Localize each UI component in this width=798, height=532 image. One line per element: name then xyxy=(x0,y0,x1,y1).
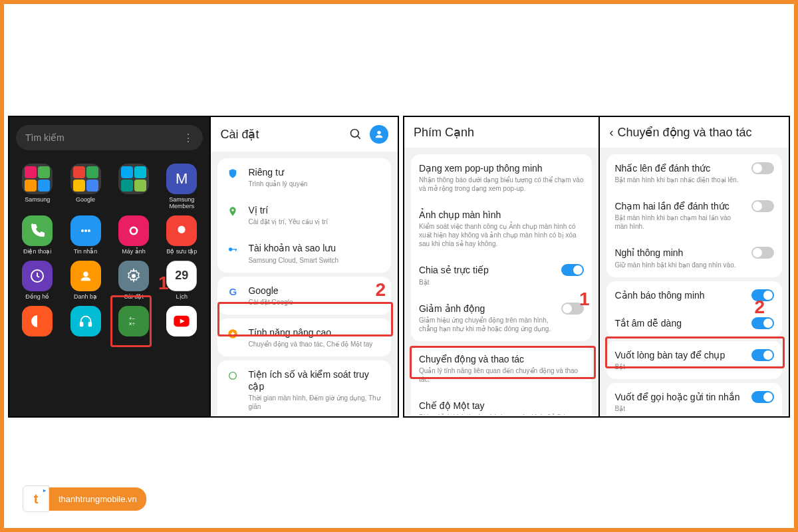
adv-row[interactable]: Ảnh chụp màn hìnhKiểm soát việc thanh cô… xyxy=(411,201,592,256)
row-title: Vuốt để gọi hoặc gửi tin nhắn xyxy=(614,391,743,403)
motion-row[interactable]: Chạm hai lần để đánh thứcBật màn hình kh… xyxy=(606,192,782,239)
app-grid: SamsungGoogleMSamsung MembersĐiện thoạiT… xyxy=(9,158,209,344)
motion-row[interactable]: Vuốt để gọi hoặc gửi tin nhắnBật xyxy=(606,383,782,415)
svg-point-7 xyxy=(132,274,136,278)
row-title: Tài khoản và sao lưu xyxy=(248,242,383,254)
app-cài-đặt[interactable]: Cài đặt xyxy=(111,261,156,301)
motions-list[interactable]: Nhấc lên để đánh thứcBật màn hình khi bạ… xyxy=(600,148,789,415)
step-marker-2b: 2 xyxy=(754,297,765,318)
adv-row[interactable]: Giảm ảnh độngGiảm hiệu ứng chuyển động t… xyxy=(411,295,592,341)
adv-row[interactable]: Chuyển động và thao tácQuản lý tính năng… xyxy=(411,345,592,392)
settings-row-google[interactable]: GGoogleCài đặt Google xyxy=(217,277,391,315)
motion-row[interactable]: Nhấc lên để đánh thứcBật màn hình khi bạ… xyxy=(606,154,782,192)
search-placeholder: Tìm kiếm xyxy=(25,132,65,143)
well-icon xyxy=(225,368,240,383)
app-tin-nhắn[interactable]: Tin nhắn xyxy=(63,215,108,255)
settings-title: Cài đặt xyxy=(220,127,259,142)
row-title: Tiện ích số và kiểm soát truy cập xyxy=(248,368,383,392)
svg-rect-8 xyxy=(80,322,82,326)
row-subtitle: Quản lý tính năng liên quan đến chuyển đ… xyxy=(419,366,584,384)
motion-row[interactable]: Vuốt lòng bàn tay để chụpBật xyxy=(606,341,782,379)
row-subtitle: Kiểm soát việc thanh công cụ Ảnh chụp mà… xyxy=(419,222,584,248)
app-item[interactable] xyxy=(111,164,156,210)
row-title: Cảnh báo thông minh xyxy=(614,289,743,301)
toggle-switch[interactable] xyxy=(751,349,774,361)
settings-row-riêng-tư[interactable]: Riêng tưTrình quản lý quyền xyxy=(217,158,391,196)
29-icon: 29 xyxy=(166,261,197,291)
cam-icon xyxy=(118,215,149,246)
app-samsung[interactable]: Samsung xyxy=(15,164,60,210)
toggle-switch[interactable] xyxy=(751,317,774,329)
toggle-switch[interactable] xyxy=(561,264,584,276)
toggle-switch[interactable] xyxy=(751,391,774,403)
folder-icon xyxy=(118,164,149,194)
headset-icon xyxy=(70,306,101,336)
app-đồng-hồ[interactable]: Đồng hồ xyxy=(15,261,60,301)
advanced-features-list[interactable]: Dạng xem pop-up thông minhNhận thông báo… xyxy=(404,148,598,415)
settings-row-tài-khoản-và-sao-lưu[interactable]: Tài khoản và sao lưuSamsung Cloud, Smart… xyxy=(217,234,391,272)
row-subtitle: Bật xyxy=(614,362,743,371)
logo-text: thanhtrungmobile.vn xyxy=(49,487,146,511)
app-item[interactable]: +−×÷ xyxy=(111,306,156,339)
app-drawer-panel: Tìm kiếm ⋮ SamsungGoogleMSamsung Members… xyxy=(8,116,211,418)
toggle-switch[interactable] xyxy=(751,200,774,212)
app-samsung-members[interactable]: MSamsung Members xyxy=(159,164,204,210)
back-icon[interactable]: ‹ xyxy=(609,126,613,140)
svg-point-4 xyxy=(131,228,136,233)
settings-row-vị-trí[interactable]: Vị tríCài đặt vị trí, Yêu cầu vị trí xyxy=(217,196,391,234)
shield-icon xyxy=(225,166,240,181)
app-bộ-sưu-tập[interactable]: Bộ sưu tập xyxy=(159,215,204,255)
profile-avatar[interactable] xyxy=(370,125,388,144)
svg-point-2 xyxy=(88,229,90,232)
settings-row-tính-năng-nâng-cao[interactable]: Tính năng nâng caoChuyển động và thao tá… xyxy=(217,319,391,356)
svg-point-21 xyxy=(229,372,237,380)
row-subtitle: Bật màn hình khi bạn nhấc điện thoại lên… xyxy=(614,176,743,184)
app-item[interactable] xyxy=(159,306,204,339)
app-điện-thoại[interactable]: Điện thoại xyxy=(15,215,60,255)
half-icon xyxy=(22,306,53,336)
search-bar[interactable]: Tìm kiếm ⋮ xyxy=(16,125,203,150)
row-subtitle: Giữ màn hình bật khi bạn đang nhìn vào. xyxy=(614,261,743,269)
adv-row[interactable]: Chia sẻ trực tiếpBật xyxy=(411,256,592,294)
app-label: Đồng hồ xyxy=(25,294,49,301)
toggle-switch[interactable] xyxy=(751,162,774,174)
advanced-features-panel: Phím Cạnh Dạng xem pop-up thông minhNhận… xyxy=(403,116,600,418)
row-subtitle: Điều chỉnh kích thước và bố cục màn hình… xyxy=(419,413,584,415)
settings-list[interactable]: Riêng tưTrình quản lý quyềnVị tríCài đặt… xyxy=(211,152,398,418)
toggle-switch[interactable] xyxy=(751,247,774,259)
step-marker-1b: 1 xyxy=(579,289,590,310)
app-máy-ảnh[interactable]: Máy ảnh xyxy=(111,215,156,255)
app-label: Máy ảnh xyxy=(122,249,146,255)
app-item[interactable] xyxy=(15,306,60,339)
edge-key-header: Phím Cạnh xyxy=(404,117,598,148)
search-icon[interactable] xyxy=(348,127,363,142)
svg-point-0 xyxy=(81,229,84,232)
more-icon[interactable]: ⋮ xyxy=(183,132,194,144)
app-label: Cài đặt xyxy=(124,294,144,301)
row-title: Vị trí xyxy=(248,204,383,216)
adv-row[interactable]: Dạng xem pop-up thông minhNhận thông báo… xyxy=(411,154,592,201)
folder-icon xyxy=(70,164,101,194)
adv-row[interactable]: Chế độ Một tayĐiều chỉnh kích thước và b… xyxy=(411,392,592,415)
G-icon: G xyxy=(225,285,240,299)
row-subtitle: Chuyển động và thao tác, Chế độ Một tay xyxy=(248,340,383,348)
motions-title: Chuyển động và thao tác xyxy=(617,125,751,140)
M-icon: M xyxy=(166,164,197,194)
app-label: Samsung xyxy=(25,197,50,203)
app-label: Samsung Members xyxy=(159,197,204,210)
msg-icon xyxy=(70,215,101,246)
row-title: Dạng xem pop-up thông minh xyxy=(419,162,584,174)
app-item[interactable] xyxy=(63,306,108,339)
app-label: Lịch xyxy=(176,294,188,301)
row-title: Chạm hai lần để đánh thức xyxy=(614,200,743,212)
edge-key-title: Phím Cạnh xyxy=(414,125,474,140)
app-danh-bạ[interactable]: Danh bạ xyxy=(63,261,108,301)
settings-row-tiện-ích-số-và-kiểm-[interactable]: Tiện ích số và kiểm soát truy cậpThời gi… xyxy=(217,360,391,418)
folder-icon xyxy=(22,164,53,194)
motion-row[interactable]: Nghỉ thông minhGiữ màn hình bật khi bạn … xyxy=(606,239,782,277)
motions-header: ‹ Chuyển động và thao tác xyxy=(600,117,789,148)
app-google[interactable]: Google xyxy=(63,164,108,210)
svg-point-15 xyxy=(377,131,380,134)
row-subtitle: Bật xyxy=(614,404,743,413)
app-label: Google xyxy=(76,197,95,203)
